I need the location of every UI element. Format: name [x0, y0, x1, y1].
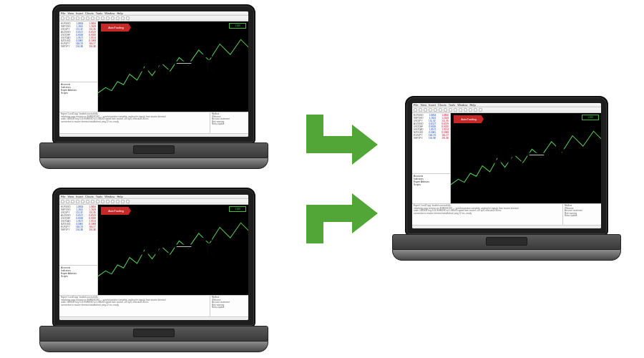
diagram-stage: File View Insert Charts Tools Window Hel… — [0, 0, 644, 358]
laptop-deck — [39, 142, 268, 169]
touchpad-icon — [133, 145, 175, 154]
status-bar — [59, 133, 248, 137]
menu-item: Tools — [96, 12, 102, 14]
laptop-deck — [392, 234, 621, 261]
navigator: Accounts Indicators Expert Advisors Scri… — [59, 82, 97, 112]
terminal-panel: Expert 'LocalCopy' loaded successfully i… — [59, 112, 248, 133]
touchpad-icon — [133, 329, 175, 337]
mailbox: Mailbox Welcome Account statement Risk w… — [210, 112, 248, 133]
menu-item: Insert — [76, 12, 83, 14]
arrow-down-right-icon — [292, 115, 378, 172]
mt4-screen: FileViewInsertChartsToolsWindowHelp EURU… — [59, 195, 248, 320]
journal-log: Expert 'LocalCopy' loaded successfully i… — [59, 112, 210, 133]
navigator: AccountsIndicatorsExpert AdvisorsScripts — [412, 173, 450, 203]
toolbar — [412, 107, 601, 113]
side-panel: EURUSD1.08541.0856 GBPUSD1.26411.2643 US… — [59, 21, 98, 112]
market-watch: EURUSD1.08541.0856 GBPUSD1.26411.2643 US… — [59, 205, 97, 265]
menu-item: Window — [104, 12, 114, 14]
laptop-source-1: File View Insert Charts Tools Window Hel… — [39, 4, 268, 169]
mt4-screen: File View Insert Charts Tools Window Hel… — [59, 11, 248, 137]
chart-area: AutoTrading 1:500 コピー先 — [451, 113, 601, 203]
market-watch: EURUSD1.08541.0856 GBPUSD1.26411.2643 US… — [412, 113, 450, 173]
chart-overlay-label: コピー元 — [98, 54, 248, 74]
arrow-up-right-icon — [292, 186, 378, 243]
laptop-lid: FileViewInsertChartsToolsWindowHelp EURU… — [405, 96, 608, 236]
laptop-lid: File View Insert Charts Tools Window Hel… — [52, 4, 255, 144]
laptop-lid: FileViewInsertChartsToolsWindowHelp EURU… — [52, 188, 255, 327]
side-panel: EURUSD1.08541.0856 GBPUSD1.26411.2643 US… — [59, 205, 98, 295]
menu-item: Help — [117, 12, 122, 14]
toolbar — [59, 199, 248, 205]
terminal-panel: Expert 'LocalCopy' loaded successfullyin… — [412, 203, 601, 225]
chart-area: AutoTrading 1:500 コピー元 — [98, 205, 248, 295]
chart-area: AutoTrading 1:500 コピー元 — [98, 21, 248, 112]
menu-item: View — [67, 12, 74, 14]
chart-overlay-label: コピー先 — [451, 146, 601, 166]
laptop-destination: FileViewInsertChartsToolsWindowHelp EURU… — [392, 96, 621, 261]
market-watch: EURUSD1.08541.0856 GBPUSD1.26411.2643 US… — [59, 21, 97, 82]
terminal-panel: Expert 'LocalCopy' loaded successfullyin… — [59, 295, 248, 316]
touchpad-icon — [486, 237, 527, 246]
status-bar — [59, 316, 248, 320]
menu-item: Charts — [85, 12, 94, 14]
navigator: AccountsIndicatorsExpert AdvisorsScripts — [59, 265, 97, 295]
mt4-screen: FileViewInsertChartsToolsWindowHelp EURU… — [412, 103, 601, 228]
toolbar — [59, 16, 248, 21]
status-bar — [412, 225, 601, 228]
chart-overlay-label: コピー元 — [98, 238, 248, 258]
side-panel: EURUSD1.08541.0856 GBPUSD1.26411.2643 US… — [412, 113, 451, 203]
laptop-deck — [39, 326, 268, 352]
menu-item: File — [61, 12, 65, 14]
laptop-source-2: FileViewInsertChartsToolsWindowHelp EURU… — [39, 188, 268, 352]
